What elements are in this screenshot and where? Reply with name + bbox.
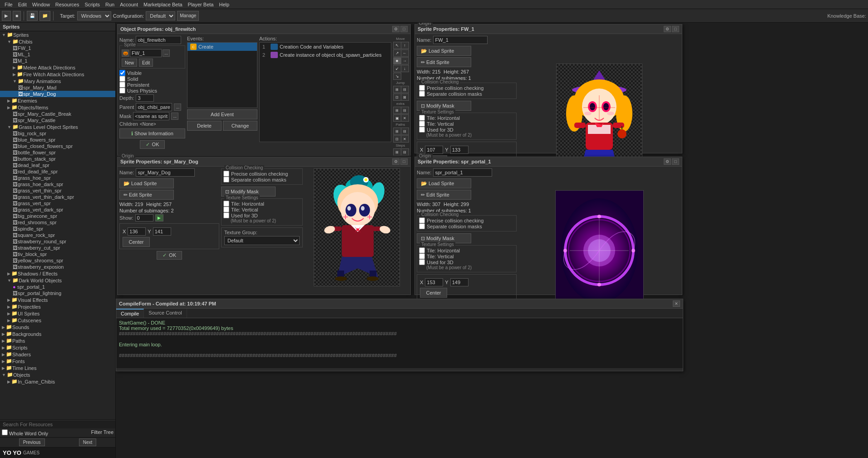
previous-btn[interactable]: Previous [19, 438, 45, 446]
sprite-portal-tile-h-cb[interactable] [419, 247, 425, 253]
move-left-btn[interactable]: ← [401, 49, 409, 57]
sprite-mary-tile-v-row[interactable]: Tile: Vertical [223, 207, 301, 212]
sprite-mary-show-input[interactable] [135, 214, 153, 222]
sidebar-item-shadows[interactable]: ▶ 📁 Shadows / Effects [0, 270, 115, 277]
compile-form-title-bar[interactable]: CompileForm - Compiled at: 10:19:47 PM ✕ [116, 299, 683, 309]
sidebar-item-objects-items[interactable]: ▶ 📁 Objects/Items [0, 104, 115, 111]
move-down-left-btn[interactable]: ↙ [393, 65, 401, 72]
menu-marketplace[interactable]: Marketplace Beta [141, 2, 185, 7]
action-item-2[interactable]: 2 Create instance of object obj_spawn_pa… [260, 51, 391, 59]
sprite-mary-3d-cb[interactable] [223, 212, 229, 218]
sidebar-item-grass-vert[interactable]: 🖼 grass_vert_spr [0, 200, 115, 207]
sprite-portal-precise-row[interactable]: Precise collision checking [419, 217, 514, 223]
sidebar-item-dark-world[interactable]: ▼ 📁 Dark World Objects [0, 277, 115, 284]
sprite-portal-maximize-btn[interactable]: □ [672, 158, 679, 165]
sidebar-item-button-stack[interactable]: 🖼 button_stack_spr [0, 156, 115, 162]
sprite-mary-maximize-btn[interactable]: □ [400, 158, 408, 165]
sprite-portal-precise-cb[interactable] [419, 217, 425, 223]
change-event-btn[interactable]: Change [223, 121, 257, 131]
sprite-fw1-precise-row[interactable]: Precise collision checking [419, 85, 514, 91]
sidebar-item-spindle[interactable]: 🖼 spindle_spr [0, 226, 115, 232]
sprite-browse-btn[interactable]: ... [163, 49, 170, 57]
sidebar-item-portal-lightning[interactable]: 🖼 spr_portal_lightning [0, 290, 115, 296]
sprite-fw1-3d-cb[interactable] [419, 127, 425, 133]
sidebar-item-mary-castle[interactable]: 🖼 spr_Mary_Castle [0, 117, 115, 123]
sidebar-item-strawberry-cut[interactable]: 🖼 strawberry_cut_spr [0, 245, 115, 251]
sprite-mary-tile-v-cb[interactable] [223, 207, 229, 212]
paths-btn-2[interactable]: ⊟ [401, 128, 409, 135]
solid-checkbox[interactable] [119, 76, 125, 82]
mask-browse-btn[interactable]: ... [171, 113, 178, 120]
sidebar-item-big-rock[interactable]: 🖼 big_rock_spr [0, 130, 115, 137]
sprite-portal-x-input[interactable] [425, 278, 443, 286]
sprite-fw1-title-bar[interactable]: Sprite Properties: FW_1 ⚙ □ [415, 25, 682, 34]
event-create[interactable]: C Create [187, 43, 257, 51]
sprite-portal-separate-cb[interactable] [419, 223, 425, 229]
sidebar-item-blue-closed[interactable]: 🖼 blue_closed_flowers_spr [0, 143, 115, 149]
parent-input[interactable] [136, 103, 172, 111]
move-down-right-btn[interactable]: ↘ [393, 73, 401, 80]
sprite-mary-settings-btn[interactable]: ⚙ [392, 158, 399, 165]
sprite-fw1-tile-h-row[interactable]: Tile: Horizontal [419, 115, 514, 121]
sidebar-item-melee[interactable]: ▶ 📁 Melee Attack Directions [0, 64, 115, 71]
menu-help[interactable]: Help [216, 2, 232, 7]
action-item-1[interactable]: 1 Creation Code and Variables [260, 43, 391, 51]
sprite-fw1-tile-v-cb[interactable] [419, 121, 425, 127]
sidebar-item-projectiles[interactable]: ▶ 📁 Projectiles [0, 303, 115, 310]
sidebar-item-big-pinecone[interactable]: 🖼 big_pinecone_spr [0, 213, 115, 219]
move-up-btn[interactable]: ↑ [401, 42, 409, 49]
whole-word-checkbox[interactable] [2, 429, 8, 435]
source-control-tab[interactable]: Source Control [144, 309, 187, 318]
toolbar-open-btn[interactable]: 📁 [39, 11, 50, 21]
sprite-fw1-3d-row[interactable]: Used for 3D [419, 127, 514, 133]
sidebar-item-mary-dog[interactable]: 🖼 spr_Mary_Dog [0, 91, 115, 97]
sprite-portal-3d-row[interactable]: Used for 3D [419, 259, 514, 265]
sprite-fw1-separate-cb[interactable] [419, 91, 425, 97]
add-event-btn[interactable]: Add Event [187, 109, 257, 119]
sprite-mary-load-btn[interactable]: 📂 Load Sprite [119, 178, 174, 188]
persistent-label[interactable]: Persistent [119, 82, 185, 88]
steps-btn-2[interactable]: ⊟ [401, 148, 409, 156]
sprite-portal-separate-row[interactable]: Separate collision masks [419, 223, 514, 229]
sidebar-item-red-shrooms[interactable]: 🖼 red_shrooms_spr [0, 219, 115, 226]
move-right-btn[interactable]: → [401, 57, 409, 64]
sidebar-item-fw1[interactable]: 🖼 FW_1 [0, 45, 115, 51]
mask-input[interactable] [133, 112, 169, 120]
sidebar-item-bottle-flower[interactable]: 🖼 bottle_flower_spr [0, 149, 115, 156]
toolbar-save-btn[interactable]: 💾 [27, 11, 38, 21]
paths-btn-1[interactable]: ⊞ [393, 128, 401, 135]
menu-scripts[interactable]: Scripts [82, 2, 103, 7]
sprite-fw1-y-input[interactable] [450, 146, 469, 154]
menu-run[interactable]: Run [103, 2, 117, 7]
search-input[interactable] [0, 420, 115, 428]
sidebar-item-visual-effects[interactable]: ▶ 📁 Visual Effects [0, 296, 115, 303]
sidebar-item-square-rock[interactable]: 🖼 square_rock_spr [0, 232, 115, 238]
menu-player[interactable]: Player Beta [185, 2, 217, 7]
configuration-select[interactable]: Default [146, 11, 175, 20]
sprite-portal-3d-cb[interactable] [419, 259, 425, 265]
menu-resources[interactable]: Resources [53, 2, 82, 7]
show-info-btn[interactable]: ℹ Show Information [119, 128, 185, 138]
sidebar-item-in-game-chibis[interactable]: ▶ 📁 In_Game_Chibis [0, 378, 115, 385]
sidebar-item-cutscenes[interactable]: ▶ 📁 Cutscenes [0, 317, 115, 324]
sidebar-item-grass-hoe[interactable]: 🖼 grass_hoe_spr [0, 175, 115, 181]
sidebar-item-grass-hoe-dark[interactable]: 🖼 grass_hoe_dark_spr [0, 181, 115, 187]
toolbar-new-btn[interactable]: ▶ [2, 11, 11, 21]
sidebar-item-grass-vert-dark[interactable]: 🖼 grass_vert_dark_spr [0, 207, 115, 213]
whole-word-label[interactable]: Whole Word Only [2, 429, 48, 436]
jump-btn-2[interactable]: ⊟ [401, 86, 409, 93]
menu-file[interactable]: File [2, 2, 15, 7]
sprite-portal-name-input[interactable] [433, 168, 492, 177]
sprite-portal-y-input[interactable] [450, 278, 469, 286]
sidebar-item-chibis[interactable]: ▼ 📁 Chibis [0, 38, 115, 45]
sidebar-item-backgrounds[interactable]: ▶ 📁 Backgrounds [0, 330, 115, 337]
extra-btn-1[interactable]: ⊞ [393, 107, 401, 114]
sidebar-item-portal1[interactable]: ● spr_portal_1 [0, 284, 115, 290]
move-up-right-btn[interactable]: ↗ [393, 49, 401, 57]
next-btn[interactable]: Next [79, 438, 97, 446]
compile-tab[interactable]: Compile [116, 309, 144, 318]
jump-btn-1[interactable]: ⊞ [393, 86, 401, 93]
menu-edit[interactable]: Edit [15, 2, 30, 7]
sidebar-item-blue-flowers[interactable]: 🖼 blue_flowers_spr [0, 137, 115, 143]
sidebar-item-yellow-shrooms[interactable]: 🖼 yellow_shrooms_spr [0, 257, 115, 264]
